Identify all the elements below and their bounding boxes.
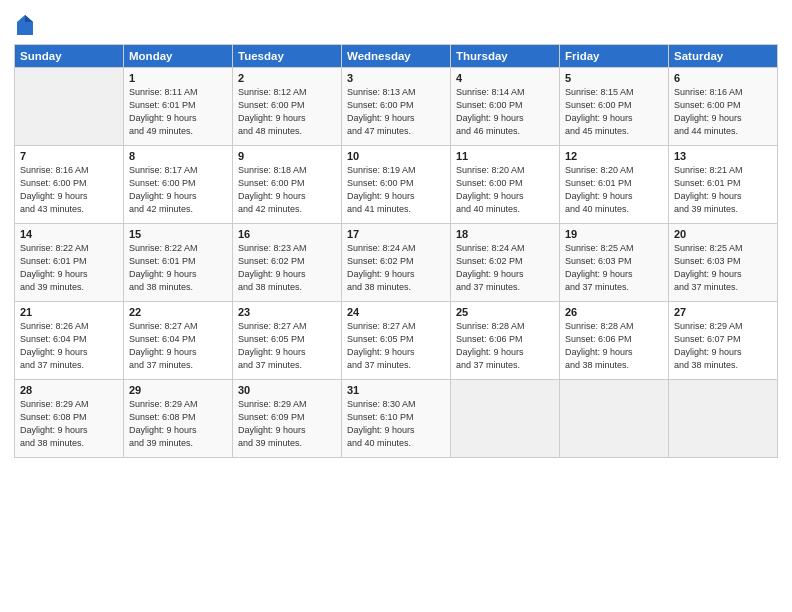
calendar-cell: 22Sunrise: 8:27 AMSunset: 6:04 PMDayligh…	[124, 302, 233, 380]
calendar-cell: 14Sunrise: 8:22 AMSunset: 6:01 PMDayligh…	[15, 224, 124, 302]
cell-info: Sunrise: 8:20 AMSunset: 6:00 PMDaylight:…	[456, 164, 554, 216]
cell-info: Sunrise: 8:22 AMSunset: 6:01 PMDaylight:…	[20, 242, 118, 294]
cell-info: Sunrise: 8:11 AMSunset: 6:01 PMDaylight:…	[129, 86, 227, 138]
calendar-cell: 28Sunrise: 8:29 AMSunset: 6:08 PMDayligh…	[15, 380, 124, 458]
calendar-cell: 11Sunrise: 8:20 AMSunset: 6:00 PMDayligh…	[451, 146, 560, 224]
calendar-header-row: SundayMondayTuesdayWednesdayThursdayFrid…	[15, 45, 778, 68]
calendar-cell: 19Sunrise: 8:25 AMSunset: 6:03 PMDayligh…	[560, 224, 669, 302]
cell-info: Sunrise: 8:29 AMSunset: 6:09 PMDaylight:…	[238, 398, 336, 450]
weekday-header: Wednesday	[342, 45, 451, 68]
cell-date-number: 31	[347, 384, 445, 396]
calendar-week-row: 14Sunrise: 8:22 AMSunset: 6:01 PMDayligh…	[15, 224, 778, 302]
cell-info: Sunrise: 8:20 AMSunset: 6:01 PMDaylight:…	[565, 164, 663, 216]
calendar-cell: 21Sunrise: 8:26 AMSunset: 6:04 PMDayligh…	[15, 302, 124, 380]
calendar-cell	[451, 380, 560, 458]
cell-info: Sunrise: 8:27 AMSunset: 6:05 PMDaylight:…	[347, 320, 445, 372]
cell-info: Sunrise: 8:29 AMSunset: 6:08 PMDaylight:…	[20, 398, 118, 450]
weekday-header: Tuesday	[233, 45, 342, 68]
calendar-cell: 25Sunrise: 8:28 AMSunset: 6:06 PMDayligh…	[451, 302, 560, 380]
calendar-cell: 18Sunrise: 8:24 AMSunset: 6:02 PMDayligh…	[451, 224, 560, 302]
cell-info: Sunrise: 8:24 AMSunset: 6:02 PMDaylight:…	[347, 242, 445, 294]
cell-date-number: 2	[238, 72, 336, 84]
cell-info: Sunrise: 8:16 AMSunset: 6:00 PMDaylight:…	[674, 86, 772, 138]
cell-date-number: 12	[565, 150, 663, 162]
logo	[14, 14, 36, 36]
cell-info: Sunrise: 8:19 AMSunset: 6:00 PMDaylight:…	[347, 164, 445, 216]
cell-date-number: 20	[674, 228, 772, 240]
calendar-cell	[669, 380, 778, 458]
cell-date-number: 10	[347, 150, 445, 162]
cell-date-number: 8	[129, 150, 227, 162]
cell-date-number: 11	[456, 150, 554, 162]
cell-info: Sunrise: 8:15 AMSunset: 6:00 PMDaylight:…	[565, 86, 663, 138]
logo-icon	[16, 14, 34, 36]
cell-date-number: 28	[20, 384, 118, 396]
weekday-header: Sunday	[15, 45, 124, 68]
cell-info: Sunrise: 8:17 AMSunset: 6:00 PMDaylight:…	[129, 164, 227, 216]
cell-date-number: 22	[129, 306, 227, 318]
calendar-cell: 3Sunrise: 8:13 AMSunset: 6:00 PMDaylight…	[342, 68, 451, 146]
cell-date-number: 4	[456, 72, 554, 84]
cell-info: Sunrise: 8:16 AMSunset: 6:00 PMDaylight:…	[20, 164, 118, 216]
calendar-cell: 12Sunrise: 8:20 AMSunset: 6:01 PMDayligh…	[560, 146, 669, 224]
calendar-cell: 6Sunrise: 8:16 AMSunset: 6:00 PMDaylight…	[669, 68, 778, 146]
calendar-cell: 1Sunrise: 8:11 AMSunset: 6:01 PMDaylight…	[124, 68, 233, 146]
calendar-body: 1Sunrise: 8:11 AMSunset: 6:01 PMDaylight…	[15, 68, 778, 458]
weekday-header: Friday	[560, 45, 669, 68]
cell-date-number: 30	[238, 384, 336, 396]
calendar-cell: 4Sunrise: 8:14 AMSunset: 6:00 PMDaylight…	[451, 68, 560, 146]
cell-date-number: 29	[129, 384, 227, 396]
cell-date-number: 16	[238, 228, 336, 240]
calendar-cell: 9Sunrise: 8:18 AMSunset: 6:00 PMDaylight…	[233, 146, 342, 224]
calendar-cell: 17Sunrise: 8:24 AMSunset: 6:02 PMDayligh…	[342, 224, 451, 302]
cell-date-number: 17	[347, 228, 445, 240]
cell-info: Sunrise: 8:24 AMSunset: 6:02 PMDaylight:…	[456, 242, 554, 294]
calendar-table: SundayMondayTuesdayWednesdayThursdayFrid…	[14, 44, 778, 458]
cell-info: Sunrise: 8:23 AMSunset: 6:02 PMDaylight:…	[238, 242, 336, 294]
calendar-cell: 8Sunrise: 8:17 AMSunset: 6:00 PMDaylight…	[124, 146, 233, 224]
calendar-cell: 26Sunrise: 8:28 AMSunset: 6:06 PMDayligh…	[560, 302, 669, 380]
cell-date-number: 26	[565, 306, 663, 318]
cell-date-number: 25	[456, 306, 554, 318]
cell-info: Sunrise: 8:30 AMSunset: 6:10 PMDaylight:…	[347, 398, 445, 450]
cell-date-number: 21	[20, 306, 118, 318]
calendar-page: SundayMondayTuesdayWednesdayThursdayFrid…	[0, 0, 792, 612]
cell-date-number: 27	[674, 306, 772, 318]
cell-date-number: 3	[347, 72, 445, 84]
calendar-cell: 23Sunrise: 8:27 AMSunset: 6:05 PMDayligh…	[233, 302, 342, 380]
calendar-cell: 24Sunrise: 8:27 AMSunset: 6:05 PMDayligh…	[342, 302, 451, 380]
cell-info: Sunrise: 8:25 AMSunset: 6:03 PMDaylight:…	[565, 242, 663, 294]
calendar-cell: 5Sunrise: 8:15 AMSunset: 6:00 PMDaylight…	[560, 68, 669, 146]
calendar-cell	[15, 68, 124, 146]
cell-date-number: 19	[565, 228, 663, 240]
cell-date-number: 1	[129, 72, 227, 84]
weekday-header: Monday	[124, 45, 233, 68]
calendar-week-row: 28Sunrise: 8:29 AMSunset: 6:08 PMDayligh…	[15, 380, 778, 458]
cell-info: Sunrise: 8:28 AMSunset: 6:06 PMDaylight:…	[565, 320, 663, 372]
calendar-cell: 2Sunrise: 8:12 AMSunset: 6:00 PMDaylight…	[233, 68, 342, 146]
cell-info: Sunrise: 8:25 AMSunset: 6:03 PMDaylight:…	[674, 242, 772, 294]
cell-info: Sunrise: 8:29 AMSunset: 6:08 PMDaylight:…	[129, 398, 227, 450]
calendar-cell: 13Sunrise: 8:21 AMSunset: 6:01 PMDayligh…	[669, 146, 778, 224]
calendar-cell: 30Sunrise: 8:29 AMSunset: 6:09 PMDayligh…	[233, 380, 342, 458]
cell-date-number: 15	[129, 228, 227, 240]
svg-marker-1	[25, 15, 33, 22]
calendar-week-row: 21Sunrise: 8:26 AMSunset: 6:04 PMDayligh…	[15, 302, 778, 380]
cell-date-number: 23	[238, 306, 336, 318]
cell-date-number: 5	[565, 72, 663, 84]
calendar-cell: 31Sunrise: 8:30 AMSunset: 6:10 PMDayligh…	[342, 380, 451, 458]
page-header	[14, 10, 778, 36]
cell-info: Sunrise: 8:27 AMSunset: 6:04 PMDaylight:…	[129, 320, 227, 372]
calendar-cell: 20Sunrise: 8:25 AMSunset: 6:03 PMDayligh…	[669, 224, 778, 302]
weekday-header: Saturday	[669, 45, 778, 68]
cell-info: Sunrise: 8:21 AMSunset: 6:01 PMDaylight:…	[674, 164, 772, 216]
calendar-cell: 7Sunrise: 8:16 AMSunset: 6:00 PMDaylight…	[15, 146, 124, 224]
cell-info: Sunrise: 8:14 AMSunset: 6:00 PMDaylight:…	[456, 86, 554, 138]
cell-info: Sunrise: 8:29 AMSunset: 6:07 PMDaylight:…	[674, 320, 772, 372]
calendar-cell: 27Sunrise: 8:29 AMSunset: 6:07 PMDayligh…	[669, 302, 778, 380]
cell-info: Sunrise: 8:28 AMSunset: 6:06 PMDaylight:…	[456, 320, 554, 372]
cell-info: Sunrise: 8:27 AMSunset: 6:05 PMDaylight:…	[238, 320, 336, 372]
cell-date-number: 18	[456, 228, 554, 240]
calendar-week-row: 7Sunrise: 8:16 AMSunset: 6:00 PMDaylight…	[15, 146, 778, 224]
cell-info: Sunrise: 8:18 AMSunset: 6:00 PMDaylight:…	[238, 164, 336, 216]
